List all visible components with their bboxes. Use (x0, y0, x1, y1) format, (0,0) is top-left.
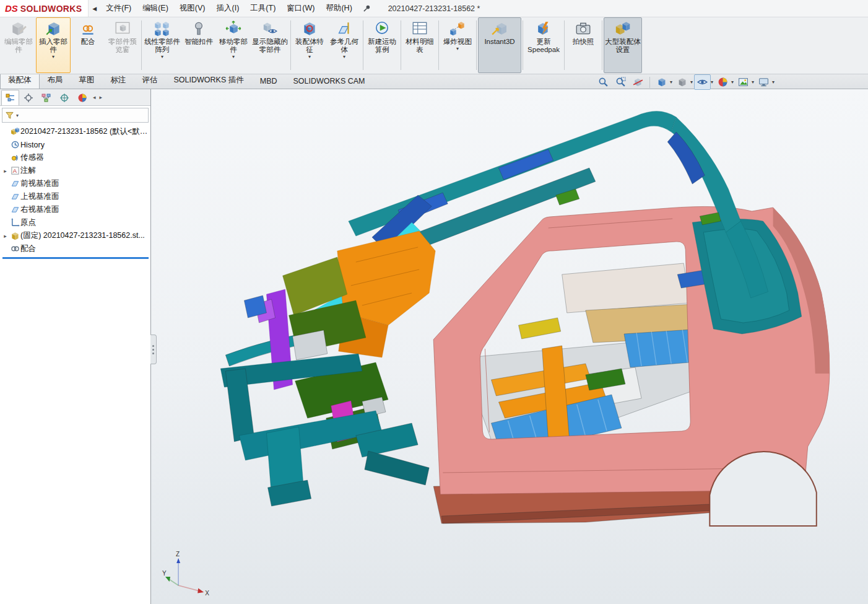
chevron-down-icon[interactable]: ▾ (670, 79, 672, 85)
mate-button[interactable]: 配合 (71, 17, 105, 73)
annotations-icon: A (9, 166, 20, 175)
exploded-view-button[interactable]: 爆炸视图 ▾ (440, 17, 475, 73)
tab-layout[interactable]: 布局 (40, 72, 71, 89)
front-structure[interactable] (220, 222, 435, 506)
chevron-down-icon[interactable]: ▾ (711, 79, 713, 85)
feature-manager-panel: ◂ ▸ ▾ 20210427-213231-18562 (默认<默认... Hi… (0, 89, 151, 604)
tab-dimxpertmanager[interactable] (55, 90, 73, 105)
instant3d-button[interactable]: Instant3D (478, 17, 521, 73)
tree-item-top-plane[interactable]: 上视基准面 (1, 190, 150, 203)
chevron-down-icon[interactable]: ▾ (232, 55, 235, 59)
component-preview-button[interactable]: 零部件预览窗 (105, 17, 140, 73)
reference-geometry-button[interactable]: 参考几何体 ▾ (327, 17, 362, 73)
update-speedpak-button[interactable]: 更新 Speedpak (524, 17, 563, 73)
menu-tools[interactable]: 工具(T) (245, 0, 281, 17)
tab-mbd[interactable]: MBD (252, 74, 285, 89)
tree-item-label: (固定) 20210427-213231-18562.st... (20, 230, 145, 241)
view-settings-button[interactable] (755, 74, 772, 90)
menu-edit[interactable]: 编辑(E) (137, 0, 174, 17)
panel-tab-scroll-left-icon[interactable]: ◂ (91, 94, 98, 100)
new-motion-study-button[interactable]: 新建运动算例 (365, 17, 399, 73)
assembly-features-icon (301, 20, 318, 37)
3d-model-car-body-assembly[interactable]: Z Y X (151, 89, 868, 604)
smart-fasteners-button[interactable]: 智能扣件 (181, 17, 216, 73)
insert-component-button[interactable]: 插入零部件 ▾ (36, 17, 71, 73)
tab-configurationmanager[interactable] (37, 90, 55, 105)
view-orientation-button[interactable] (653, 74, 670, 90)
menu-collapse-arrow-icon[interactable]: ◀ (89, 6, 100, 12)
large-assembly-settings-icon (614, 20, 631, 37)
tree-item-right-plane[interactable]: 右视基准面 (1, 203, 150, 216)
chevron-down-icon[interactable]: ▾ (343, 55, 345, 59)
section-view-button[interactable] (630, 74, 646, 90)
button-label: 大型装配体设置 (605, 38, 641, 54)
tree-item-mates[interactable]: 配合 (1, 242, 150, 255)
panel-tab-scroll-right-icon[interactable]: ▸ (98, 94, 105, 100)
menu-view[interactable]: 视图(V) (174, 0, 211, 17)
tree-item-sensors[interactable]: 传感器 (1, 151, 150, 164)
plane-icon (9, 205, 20, 214)
tab-featuremanager-tree[interactable] (1, 90, 19, 105)
toolbar-separator (523, 20, 523, 70)
chevron-down-icon[interactable]: ▾ (731, 79, 734, 85)
chevron-down-icon[interactable]: ▾ (690, 79, 693, 85)
linear-component-pattern-button[interactable]: 线性零部件阵列 ▾ (143, 17, 181, 73)
show-hidden-components-button[interactable]: 显示隐藏的零部件 (251, 17, 289, 73)
graphics-area[interactable]: Z Y X (151, 89, 868, 604)
tab-markup[interactable]: 标注 (103, 72, 134, 89)
pin-icon[interactable] (358, 4, 376, 12)
menu-insert[interactable]: 插入(I) (211, 0, 245, 17)
expand-arrow-icon[interactable]: ▸ (1, 233, 9, 239)
tree-item-label: 传感器 (20, 152, 44, 163)
hide-show-items-button[interactable] (694, 74, 711, 90)
menu-file[interactable]: 文件(F) (100, 0, 137, 17)
tree-item-annotations[interactable]: ▸ A 注解 (1, 164, 150, 177)
chevron-down-icon[interactable]: ▾ (161, 55, 163, 59)
tree-filter-box[interactable]: ▾ (2, 108, 149, 123)
tab-propertymanager[interactable] (19, 90, 37, 105)
tab-displaymanager[interactable] (73, 90, 91, 105)
take-snapshot-button[interactable]: 拍快照 (566, 17, 601, 73)
toolbar-separator (438, 20, 439, 70)
menu-window[interactable]: 窗口(W) (281, 0, 320, 17)
apply-scene-button[interactable] (735, 74, 752, 90)
chevron-down-icon: ▾ (16, 113, 19, 118)
main-content: ◂ ▸ ▾ 20210427-213231-18562 (默认<默认... Hi… (0, 89, 868, 604)
large-assembly-settings-button[interactable]: 大型装配体设置 (604, 17, 642, 73)
chevron-down-icon[interactable]: ▾ (752, 79, 754, 85)
expand-arrow-icon[interactable]: ▸ (1, 168, 9, 174)
svg-text:A: A (12, 168, 17, 174)
chevron-down-icon[interactable]: ▾ (456, 46, 459, 51)
tree-item-origin[interactable]: 原点 (1, 216, 150, 229)
panel-splitter-handle[interactable] (150, 335, 157, 364)
tab-evaluate[interactable]: 评估 (134, 72, 166, 89)
edit-component-button[interactable]: 编辑零部件 (1, 17, 36, 73)
tree-rollback-bar[interactable] (2, 257, 149, 259)
smart-fasteners-icon (190, 20, 207, 37)
solidworks-logo: DS SOLIDWORKS (0, 0, 89, 17)
zoom-to-area-button[interactable] (612, 74, 629, 90)
tree-item-label: 配合 (20, 243, 36, 254)
assembly-features-button[interactable]: 装配体特征 ▾ (292, 17, 327, 73)
bill-of-materials-button[interactable]: 材料明细表 (402, 17, 437, 73)
zoom-fit-button[interactable] (595, 74, 612, 90)
tree-root-assembly[interactable]: 20210427-213231-18562 (默认<默认... (1, 125, 150, 138)
tab-solidworks-cam[interactable]: SOLIDWORKS CAM (285, 74, 373, 89)
button-label: 显示隐藏的零部件 (252, 38, 288, 54)
chevron-down-icon[interactable]: ▾ (772, 79, 775, 85)
chevron-down-icon[interactable]: ▾ (52, 55, 54, 59)
tab-assembly[interactable]: 装配体 (0, 72, 40, 89)
chevron-down-icon[interactable]: ▾ (308, 55, 311, 59)
menu-help[interactable]: 帮助(H) (320, 0, 357, 17)
tab-solidworks-addins[interactable]: SOLIDWORKS 插件 (166, 72, 252, 89)
edit-component-icon (10, 20, 27, 37)
command-manager-toolbar: 编辑零部件 插入零部件 ▾ 配合 零部件预览窗 线性零部件阵列 ▾ 智能扣件 移… (0, 17, 868, 74)
display-style-button[interactable] (674, 74, 690, 90)
tree-item-front-plane[interactable]: 前视基准面 (1, 177, 150, 190)
tree-item-fixed-part[interactable]: ▸ (固定) 20210427-213231-18562.st... (1, 229, 150, 242)
tab-sketch[interactable]: 草图 (71, 72, 103, 89)
edit-appearance-button[interactable] (714, 74, 731, 90)
move-component-button[interactable]: 移动零部件 ▾ (216, 17, 251, 73)
tree-item-history[interactable]: History (1, 138, 150, 151)
menu-list: 文件(F) 编辑(E) 视图(V) 插入(I) 工具(T) 窗口(W) 帮助(H… (100, 0, 358, 17)
